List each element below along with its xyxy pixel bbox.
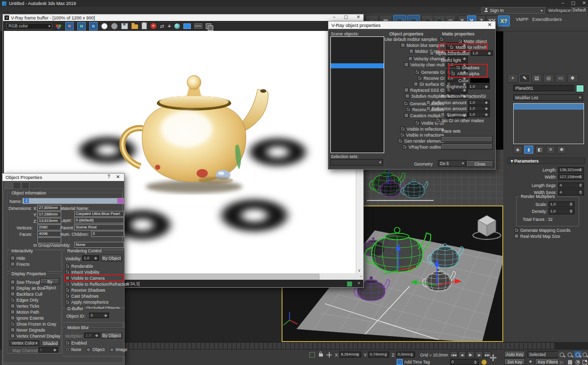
checkbox[interactable] [436, 118, 441, 123]
checkbox[interactable] [409, 49, 414, 53]
brightness-row[interactable]: Brightness 1,0 [440, 84, 490, 89]
option-row[interactable]: Apply Atmospherics [65, 299, 123, 305]
next-frame-button[interactable] [475, 351, 483, 358]
scene-object-item[interactable] [331, 74, 384, 79]
option-row[interactable]: Hide [10, 255, 29, 261]
checkbox[interactable] [65, 282, 70, 286]
checkbox[interactable] [408, 56, 413, 61]
transform-gizmo-icon[interactable] [326, 352, 332, 358]
matte-property-row[interactable]: Refraction amount 1,0 [440, 106, 490, 111]
vertex-color-dropdown[interactable]: Vertex Color [9, 340, 39, 346]
orbit-icon[interactable] [574, 359, 582, 365]
modifier-stack[interactable] [513, 103, 584, 144]
color-wheel-icon[interactable] [56, 24, 59, 27]
parameter-row[interactable]: Density: 1,0 [519, 208, 575, 214]
checkbox[interactable] [10, 292, 15, 296]
walk-through-icon[interactable] [558, 359, 566, 365]
option-row[interactable]: Edges Only [10, 297, 58, 303]
red-channel-button[interactable]: R [65, 22, 74, 30]
vray-property-row[interactable]: Gen render elements [384, 138, 444, 144]
scene-object-item[interactable] [331, 37, 384, 42]
checkbox[interactable] [65, 341, 70, 345]
channel-dropdown[interactable]: RGB color [6, 23, 52, 29]
set-key-button[interactable]: Set Key [504, 359, 525, 365]
minimize-icon[interactable]: – [333, 14, 335, 19]
vfb-titlebar[interactable]: V V-Ray frame buffer - [100% of 1200 x 9… [3, 14, 363, 21]
zoom-extents-icon[interactable] [574, 351, 582, 358]
checkbox[interactable] [456, 65, 460, 70]
checkbox[interactable] [10, 304, 15, 308]
region-render-icon[interactable] [183, 23, 191, 29]
key-mode-icon[interactable] [481, 360, 487, 365]
selection-sets-dropdown[interactable] [330, 159, 383, 166]
checkbox[interactable] [10, 262, 15, 266]
close-icon[interactable]: ✕ [356, 14, 360, 19]
enabled-row[interactable]: Enabled [65, 340, 87, 346]
radio-option[interactable]: Object [86, 347, 105, 352]
option-row[interactable]: Inherit Visibility [65, 269, 123, 275]
radio-button[interactable] [110, 348, 114, 352]
value-spinner[interactable]: 1,0 [471, 50, 493, 56]
large-plus-icon[interactable]: + [489, 351, 497, 364]
help-icon[interactable]: ? [107, 174, 110, 180]
display-tab[interactable]: ▭ [555, 74, 566, 83]
matte-property-row[interactable]: Reflection amount 1,0 [440, 100, 490, 105]
checkbox[interactable] [430, 51, 434, 55]
option-row[interactable]: Renderable [65, 263, 123, 269]
radio-button[interactable] [86, 348, 91, 352]
checkbox[interactable] [514, 234, 519, 238]
object-id-spinner[interactable]: 0 [89, 313, 109, 318]
object-color-swatch[interactable] [576, 85, 584, 92]
parameter-spinner[interactable]: 127,158mm [558, 174, 584, 180]
value-spinner[interactable]: 1,0 [468, 100, 490, 105]
vray-property-row[interactable]: Use default moblur samples [384, 36, 444, 42]
checkbox[interactable] [65, 288, 70, 292]
create-tab[interactable]: + [507, 74, 518, 83]
option-row[interactable]: Ignore Extents [10, 315, 58, 321]
checkbox[interactable] [10, 334, 15, 338]
close-button[interactable]: Close [466, 161, 493, 167]
parameter-spinner[interactable]: 4 [558, 182, 584, 188]
option-row[interactable]: Vertex Ticks [10, 303, 58, 309]
track-mouse-icon[interactable] [174, 23, 180, 29]
option-row[interactable]: Motion Path [10, 309, 58, 315]
radio-option[interactable]: Image [110, 347, 128, 352]
dialog-titlebar[interactable]: V-Ray object properties ✕ [328, 21, 495, 29]
dialog-titlebar[interactable]: Object Properties ? ✕ [2, 174, 124, 181]
checkbox[interactable] [514, 228, 519, 232]
dialog-tab[interactable] [13, 182, 21, 189]
checkbox[interactable] [458, 39, 462, 43]
checkbox[interactable] [404, 62, 409, 67]
option-row[interactable]: Visible to Camera [65, 275, 123, 281]
trace-set-button[interactable] [441, 144, 493, 150]
layers-icon[interactable] [206, 23, 211, 29]
parameter-row[interactable]: Length Segs: 4 [510, 182, 584, 188]
modify-tab[interactable]: ✎ [519, 74, 530, 83]
workspace-dropdown[interactable]: Default [571, 7, 588, 14]
value-spinner[interactable]: 1,0 [468, 112, 490, 117]
checkbox[interactable] [406, 107, 411, 112]
name-field[interactable]: 2 [22, 198, 118, 204]
shaded-button[interactable]: Shaded [41, 340, 59, 346]
z-coord-field[interactable]: 0,0mm [396, 352, 415, 358]
checkbox[interactable] [10, 280, 15, 284]
checkbox[interactable] [415, 121, 420, 125]
multiplier-spinner[interactable]: 1,0 [84, 333, 100, 338]
add-time-tag[interactable]: Add Time Tag [404, 360, 430, 365]
map-channel-spinner[interactable]: 1 [38, 347, 58, 353]
track-bar[interactable] [125, 342, 554, 350]
clear-image-icon[interactable] [150, 23, 156, 29]
dialog-tab[interactable] [4, 182, 12, 189]
dialog-tab[interactable] [21, 182, 29, 189]
vray-property-row[interactable]: Visible in reflections [384, 126, 444, 132]
checkbox[interactable] [65, 300, 70, 304]
matte-property-row[interactable]: GI amount 1,0 [440, 112, 490, 117]
option-row[interactable]: Receive Shadows [65, 287, 123, 293]
checkbox[interactable] [441, 112, 445, 117]
chevron-down-icon[interactable]: ∨ [357, 281, 360, 285]
by-object-button[interactable]: By Object [40, 278, 59, 284]
maximize-icon[interactable]: ▢ [344, 14, 348, 19]
monochrome-icon[interactable] [111, 23, 118, 29]
geometry-dropdown[interactable]: De lt [438, 160, 466, 167]
checkbox[interactable] [10, 298, 15, 302]
